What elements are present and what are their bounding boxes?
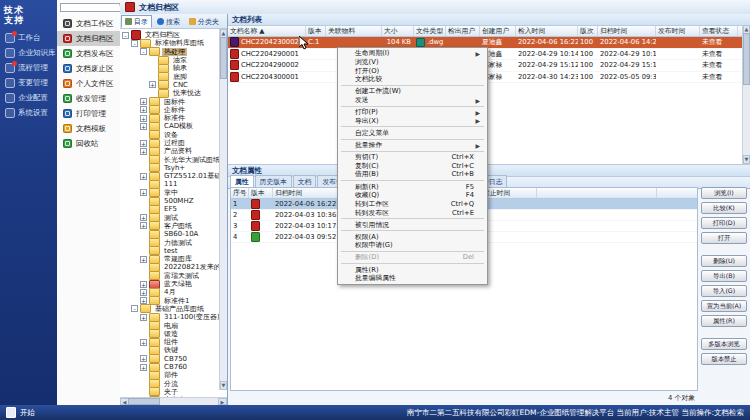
- tree-node[interactable]: - 标准物料库图纸: [122, 39, 227, 47]
- expander-icon[interactable]: +: [140, 314, 147, 321]
- tree-node[interactable]: + 4月: [122, 288, 227, 296]
- expander-icon[interactable]: +: [140, 355, 147, 362]
- tree-node[interactable]: + 掌中: [122, 189, 227, 197]
- tree-tab[interactable]: 搜索: [153, 15, 184, 28]
- expander-icon[interactable]: +: [140, 98, 147, 105]
- expander-icon[interactable]: +: [140, 297, 147, 304]
- column-header-publish-time[interactable]: 发布时间: [656, 26, 700, 36]
- module-item[interactable]: 文档废止区: [57, 61, 127, 76]
- expander-icon[interactable]: +: [140, 115, 147, 122]
- tree-node[interactable]: + 组件: [122, 338, 227, 346]
- file-row[interactable]: CHC2204290002 76 KB .dwg 韦家禄 2022-04-29 …: [228, 60, 750, 72]
- tree-node[interactable]: + CNC: [122, 81, 227, 89]
- file-row[interactable]: CHC2204300001 72 KB .dwg 韦家禄 2022-04-30 …: [228, 72, 750, 84]
- tree-horizontal-scrollbar[interactable]: ◀ ▶: [120, 397, 227, 405]
- tree-node[interactable]: 富瑞天测试: [122, 272, 227, 280]
- scroll-right-icon[interactable]: ▶: [218, 398, 227, 405]
- scroll-thumb[interactable]: [743, 33, 750, 85]
- version-action-button[interactable]: 导入(G): [701, 285, 747, 297]
- expander-icon[interactable]: +: [140, 364, 147, 371]
- column-header-name[interactable]: 文档名称 ▲: [228, 26, 306, 36]
- tree-node[interactable]: 铁键: [122, 346, 227, 354]
- tree-node[interactable]: + CB750: [122, 355, 227, 363]
- expander-icon[interactable]: +: [140, 106, 147, 113]
- expander-icon[interactable]: +: [140, 173, 147, 180]
- context-menu-item[interactable]: 被引用情况: [339, 220, 486, 229]
- tree-node[interactable]: Tsyh+: [122, 164, 227, 172]
- column-header-index[interactable]: 序号: [231, 188, 249, 198]
- expander-icon[interactable]: -: [122, 32, 129, 39]
- expander-icon[interactable]: +: [140, 189, 147, 196]
- column-header-version[interactable]: 版本: [249, 188, 273, 198]
- tree-node[interactable]: 夹子: [122, 388, 227, 396]
- tree-node[interactable]: + 311-100(变压器): [122, 313, 227, 321]
- version-action-button[interactable]: 属性(R): [701, 315, 747, 327]
- tree-node[interactable]: test: [122, 247, 227, 255]
- column-header-archive-time[interactable]: 归档时间: [598, 26, 656, 36]
- tree-node[interactable]: - 基础产品库图纸: [122, 305, 227, 313]
- module-item[interactable]: 文档模板: [57, 121, 127, 136]
- context-menu-item[interactable]: 借用(B) Ctrl+B: [339, 170, 486, 179]
- tree-node[interactable]: 力德测试: [122, 238, 227, 246]
- tree-vertical-scrollbar[interactable]: ▲ ▼: [219, 29, 227, 390]
- tree-node[interactable]: 20220821发来的图纸: [122, 263, 227, 271]
- tree-node[interactable]: + 过程图: [122, 139, 227, 147]
- scroll-down-icon[interactable]: ▼: [743, 155, 750, 164]
- tree-node[interactable]: + 产品资料: [122, 147, 227, 155]
- context-menu-item[interactable]: 自定义菜单: [339, 129, 486, 138]
- version-action-button[interactable]: 置为当前(A): [701, 300, 747, 312]
- tree-node[interactable]: + CB760: [122, 363, 227, 371]
- tree-node[interactable]: 锻造: [122, 330, 227, 338]
- tree-node[interactable]: 500MHZ: [122, 197, 227, 205]
- context-menu-item[interactable]: 权限申请(G): [339, 241, 486, 250]
- context-menu-item[interactable]: 文档比较: [339, 75, 486, 84]
- expander-icon[interactable]: +: [149, 81, 156, 88]
- primary-nav-item[interactable]: 企业知识库: [0, 45, 57, 60]
- context-menu-item[interactable]: 导出(X) ▶: [339, 117, 486, 126]
- version-action-button[interactable]: 多版本浏览: [701, 338, 747, 350]
- version-action-button[interactable]: 打印(D): [701, 217, 747, 229]
- version-action-button[interactable]: 删除(U): [701, 255, 747, 267]
- module-item[interactable]: 收发管理: [57, 91, 127, 106]
- expander-icon[interactable]: -: [131, 305, 138, 312]
- tree-tab[interactable]: 目录: [121, 15, 152, 28]
- tree-node[interactable]: + 企标件: [122, 106, 227, 114]
- module-item[interactable]: 回收站: [57, 136, 127, 151]
- expander-icon[interactable]: +: [140, 148, 147, 155]
- search-input[interactable]: [60, 3, 124, 12]
- file-list-scrollbar[interactable]: ▲ ▼: [742, 25, 750, 164]
- expander-icon[interactable]: +: [140, 222, 147, 229]
- file-row[interactable]: CHC2204290001 99 KB .dwg 夏迪鑫 2022-04-29 …: [228, 49, 750, 61]
- primary-nav-item[interactable]: 系统设置: [0, 105, 57, 120]
- version-action-button[interactable]: 浏览(I): [701, 187, 747, 199]
- column-header-size[interactable]: 大小: [382, 26, 414, 36]
- expander-icon[interactable]: -: [140, 48, 147, 55]
- tree-node[interactable]: 电扇: [122, 321, 227, 329]
- version-action-button[interactable]: 比较(K): [701, 202, 747, 214]
- tree-node[interactable]: + 国标件: [122, 97, 227, 105]
- tree-node[interactable]: 长光华大测试图纸: [122, 155, 227, 163]
- column-header-view-status[interactable]: 查看状态: [700, 26, 738, 36]
- module-item[interactable]: 文档归档区: [57, 31, 127, 46]
- scroll-thumb[interactable]: [128, 398, 160, 405]
- expander-icon[interactable]: +: [140, 214, 147, 221]
- version-action-button[interactable]: 版本禁止: [701, 353, 747, 365]
- tree-node[interactable]: 轴承: [122, 64, 227, 72]
- tree-node[interactable]: + 标准件1: [122, 297, 227, 305]
- tree-node[interactable]: 111: [122, 180, 227, 188]
- scroll-thumb[interactable]: [220, 37, 227, 79]
- tree-node[interactable]: + CAD模板: [122, 122, 227, 130]
- column-header-checkout-user[interactable]: 检出用户: [446, 26, 480, 36]
- expander-icon[interactable]: -: [131, 40, 138, 47]
- tree-node[interactable]: - 热处理: [122, 48, 227, 56]
- tree-node[interactable]: 部件: [122, 371, 227, 379]
- module-item[interactable]: 文档发布区: [57, 46, 127, 61]
- primary-nav-item[interactable]: 企业配置: [0, 90, 57, 105]
- tree-node[interactable]: + 测试: [122, 214, 227, 222]
- primary-nav-item[interactable]: 流程管理: [0, 60, 57, 75]
- context-menu-item[interactable]: 批量操作 ▶: [339, 141, 486, 150]
- tree-node[interactable]: 底脚: [122, 72, 227, 80]
- column-header-forbid-time[interactable]: 禁止时间: [481, 188, 537, 198]
- column-header-create-user[interactable]: 创建用户: [480, 26, 516, 36]
- tree-node[interactable]: 分流: [122, 379, 227, 387]
